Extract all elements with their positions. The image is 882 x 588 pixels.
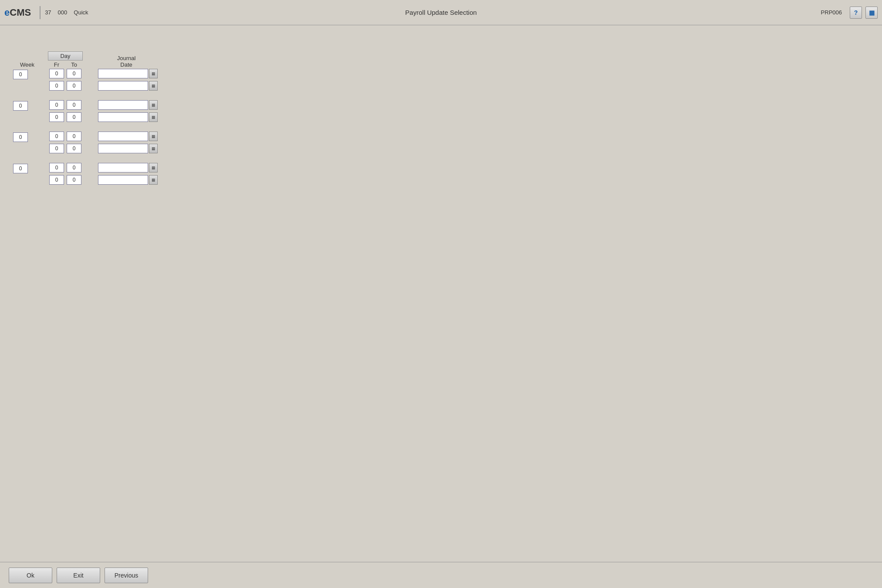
day-row-1-2 xyxy=(41,81,89,91)
fr-input-1-1[interactable] xyxy=(49,69,64,78)
to-input-3-2[interactable] xyxy=(67,144,81,153)
calendar-btn-4-1[interactable]: ▦ xyxy=(149,163,158,172)
fr-input-2-2[interactable] xyxy=(49,112,64,122)
day-cells-1 xyxy=(41,69,89,91)
to-input-1-1[interactable] xyxy=(67,69,81,78)
grid-icon: ▦ xyxy=(869,9,875,16)
calendar-btn-2-1[interactable]: ▦ xyxy=(149,100,158,110)
header-codes: 37 000 Quick xyxy=(45,9,88,16)
calendar-btn-2-2[interactable]: ▦ xyxy=(149,112,158,122)
fr-input-3-1[interactable] xyxy=(49,132,64,141)
to-input-3-1[interactable] xyxy=(67,132,81,141)
week-input-4[interactable] xyxy=(13,164,28,173)
journal-row-3-1: ▦ xyxy=(98,132,158,141)
table-row: ▦ ▦ xyxy=(13,163,158,185)
journal-label: Journal xyxy=(98,55,155,61)
code2: 000 xyxy=(58,9,68,16)
calendar-btn-3-2[interactable]: ▦ xyxy=(149,144,158,153)
header-right: PRP006 ? ▦ xyxy=(821,7,878,19)
journal-row-2-1: ▦ xyxy=(98,100,158,110)
day-row-3-2 xyxy=(41,144,89,153)
to-input-4-1[interactable] xyxy=(67,163,81,172)
journal-header: Journal Date xyxy=(98,55,155,68)
help-button[interactable]: ? xyxy=(850,7,862,19)
help-icon: ? xyxy=(854,9,858,16)
code1: 37 xyxy=(45,9,51,16)
day-group-header: Day Fr To xyxy=(41,51,89,68)
week-cell-1 xyxy=(13,69,41,79)
to-input-2-2[interactable] xyxy=(67,112,81,122)
day-row-4-2 xyxy=(41,175,89,185)
fr-input-1-2[interactable] xyxy=(49,81,64,91)
day-row-2-2 xyxy=(41,112,89,122)
journal-input-3-2[interactable] xyxy=(98,144,148,153)
week-cell-2 xyxy=(13,100,41,111)
fr-input-4-1[interactable] xyxy=(49,163,64,172)
week-header: Week xyxy=(13,61,41,68)
journal-input-1-2[interactable] xyxy=(98,81,148,91)
ok-button[interactable]: Ok xyxy=(9,568,52,583)
calendar-btn-3-1[interactable]: ▦ xyxy=(149,132,158,141)
journal-cells-4: ▦ ▦ xyxy=(98,163,158,185)
fr-input-2-1[interactable] xyxy=(49,100,64,110)
day-cells-4 xyxy=(41,163,89,185)
journal-row-4-2: ▦ xyxy=(98,175,158,185)
journal-cells-1: ▦ ▦ xyxy=(98,69,158,91)
header: eCMS 37 000 Quick Payroll Update Selecti… xyxy=(0,0,882,25)
screen-code: PRP006 xyxy=(821,9,842,16)
week-input-1[interactable] xyxy=(13,70,28,79)
to-input-1-2[interactable] xyxy=(67,81,81,91)
week-input-2[interactable] xyxy=(13,101,28,111)
journal-input-1-1[interactable] xyxy=(98,69,148,78)
day-cells-2 xyxy=(41,100,89,122)
day-box-label: Day xyxy=(48,51,83,61)
day-row-4-1 xyxy=(41,163,89,172)
to-input-4-2[interactable] xyxy=(67,175,81,185)
day-row-3-1 xyxy=(41,132,89,141)
calendar-btn-1-1[interactable]: ▦ xyxy=(149,69,158,78)
week-input-3[interactable] xyxy=(13,132,28,142)
header-divider xyxy=(40,6,41,19)
column-headers: Week Day Fr To Journal Date xyxy=(13,51,158,68)
day-cells-3 xyxy=(41,132,89,153)
table-row: ▦ ▦ xyxy=(13,100,158,122)
journal-input-4-2[interactable] xyxy=(98,175,148,185)
to-input-2-1[interactable] xyxy=(67,100,81,110)
fr-input-3-2[interactable] xyxy=(49,144,64,153)
journal-input-2-2[interactable] xyxy=(98,112,148,122)
code3: Quick xyxy=(74,9,88,16)
day-row-2-1 xyxy=(41,100,89,110)
week-cell-4 xyxy=(13,163,41,173)
journal-row-1-1: ▦ xyxy=(98,69,158,78)
to-header: To xyxy=(67,61,81,68)
grid-container: Week Day Fr To Journal Date xyxy=(13,51,158,194)
date-label: Date xyxy=(98,61,155,68)
journal-input-3-1[interactable] xyxy=(98,132,148,141)
main-content: Week Day Fr To Journal Date xyxy=(0,25,882,562)
week-cell-3 xyxy=(13,132,41,142)
fr-header: Fr xyxy=(49,61,64,68)
previous-button[interactable]: Previous xyxy=(105,568,148,583)
journal-cells-3: ▦ ▦ xyxy=(98,132,158,153)
journal-cells-2: ▦ ▦ xyxy=(98,100,158,122)
footer: Ok Exit Previous xyxy=(0,562,882,588)
grid-button[interactable]: ▦ xyxy=(865,7,878,19)
journal-input-4-1[interactable] xyxy=(98,163,148,172)
page-title: Payroll Update Selection xyxy=(405,9,476,16)
exit-button[interactable]: Exit xyxy=(57,568,100,583)
table-row: ▦ ▦ xyxy=(13,132,158,153)
journal-row-3-2: ▦ xyxy=(98,144,158,153)
fr-input-4-2[interactable] xyxy=(49,175,64,185)
calendar-btn-4-2[interactable]: ▦ xyxy=(149,175,158,185)
table-row: ▦ ▦ xyxy=(13,69,158,91)
journal-input-2-1[interactable] xyxy=(98,100,148,110)
journal-row-2-2: ▦ xyxy=(98,112,158,122)
journal-row-4-1: ▦ xyxy=(98,163,158,172)
day-row-1-1 xyxy=(41,69,89,78)
day-sub-headers: Fr To xyxy=(41,61,89,68)
calendar-btn-1-2[interactable]: ▦ xyxy=(149,81,158,91)
journal-row-1-2: ▦ xyxy=(98,81,158,91)
app-logo: eCMS xyxy=(4,7,31,18)
